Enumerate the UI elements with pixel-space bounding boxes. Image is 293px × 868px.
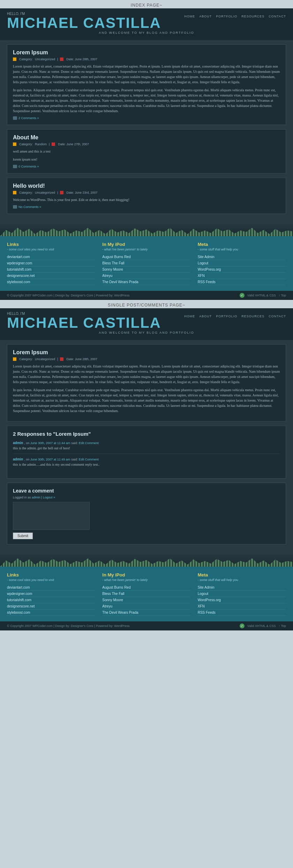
footer-widgets-2: Links - some cool sites you need to visi…: [0, 567, 293, 621]
page-1-label: INDEX PAGE~: [0, 0, 293, 8]
comment-text-2: this is the admin….and this is my second…: [13, 463, 280, 466]
top-link-2[interactable]: ↑ Top: [279, 624, 286, 628]
link-item-1-1[interactable]: deviantart.com: [7, 254, 95, 260]
comment-date-link-1[interactable]: June 30th, 2007 at 11:44 am: [30, 441, 70, 445]
comment-date-link-2[interactable]: June 30th, 2007 at 11:49 am: [30, 458, 70, 461]
nav-2: HOME ABOUT PORTFOLIO RESOURCES CONTACT: [184, 315, 286, 318]
footer-widgets-1: Links - some cool sites you need to visi…: [0, 236, 293, 291]
footer-copy-1: © Copyright 2007 WPCoder.com | Design by…: [7, 294, 130, 297]
meta-item-1-1[interactable]: Site Admin: [198, 254, 286, 260]
cat-label-3: Category:: [19, 191, 33, 194]
post-card-2: About Me Category: Random | Date: June 2…: [7, 129, 286, 173]
link-item-2-4[interactable]: designerscore.net: [7, 603, 95, 610]
post-card-3: Hello world! Category: Uncategorized | D…: [7, 178, 286, 214]
ipod-item-1-1[interactable]: August Burns Red: [102, 254, 190, 260]
header-1: HELLO, I'M MICHAEL CASTILLA AND WELCOME …: [0, 8, 293, 40]
comment-meta-2: admin , on June 30th, 2007 at 11:49 am s…: [13, 457, 280, 461]
meta-item-2-5[interactable]: RSS Feeds: [198, 610, 286, 616]
meta-item-1-2[interactable]: Logout: [198, 260, 286, 266]
footer-bottom-1: © Copyright 2007 WPCoder.com | Design by…: [0, 291, 293, 300]
date-value-1: Date: June 28th, 2007: [66, 57, 97, 61]
link-item-2-5[interactable]: styleboost.com: [7, 610, 95, 616]
top-link-1[interactable]: ↑ Top: [279, 294, 286, 297]
post-body2-2: lorem ipsum son!: [13, 157, 280, 162]
meta-item-2-2[interactable]: Logout: [198, 591, 286, 597]
ipod-subtitle-1: - what I've been jammin' to lately: [102, 248, 190, 251]
ipod-item-2-1[interactable]: August Burns Red: [102, 584, 190, 591]
comment-edit-2[interactable]: Edit Comment: [79, 458, 99, 461]
valid-text-1: Valid XHTML & CSS: [247, 294, 276, 297]
footer-links-widget-2: Links - some cool sites you need to visi…: [7, 572, 95, 616]
cat-icon-1: [13, 57, 16, 61]
date-value-3: Date: June 23rd, 2007: [66, 191, 97, 194]
meta-item-2-4[interactable]: XFN: [198, 603, 286, 610]
meta-item-1-3[interactable]: WordPress.org: [198, 266, 286, 273]
single-post-meta: Category: Uncategorized | Date: June 28t…: [13, 357, 280, 361]
nav-contact-2[interactable]: CONTACT: [269, 315, 286, 318]
footer-meta-widget-1: Meta - some stuff that will help you Sit…: [198, 242, 286, 285]
comment-on-1: , on: [24, 441, 30, 445]
ipod-item-1-5[interactable]: The Devil Wears Prada: [102, 279, 190, 285]
meta-item-1-5[interactable]: RSS Feeds: [198, 279, 286, 285]
link-item-2-2[interactable]: wpdesigner.com: [7, 591, 95, 597]
sep-3: |: [57, 191, 58, 194]
link-item-1-5[interactable]: styleboost.com: [7, 279, 95, 285]
link-item-1-4[interactable]: designerscore.net: [7, 273, 95, 279]
comment-edit-1[interactable]: Edit Comment: [79, 441, 99, 445]
post-meta-2: Category: Random | Date: June 27th, 2007: [13, 142, 280, 146]
post-title-2: About Me: [13, 134, 280, 141]
footer-bottom-2: © Copyright 2007 WPCoder.com | Design by…: [0, 621, 293, 630]
ipod-item-2-4[interactable]: Atreyu: [102, 603, 190, 610]
link-item-1-2[interactable]: wpdesigner.com: [7, 260, 95, 266]
ipod-item-2-2[interactable]: Bless The Fall: [102, 591, 190, 597]
ipod-item-1-3[interactable]: Sonny Moore: [102, 266, 190, 273]
logout-link[interactable]: Logout »: [43, 496, 55, 499]
date-icon-1: [60, 57, 63, 61]
link-item-1-3[interactable]: tutorialshift.com: [7, 266, 95, 273]
cat-value-3: Uncategorized: [35, 191, 55, 194]
comments-heading: 2 Responses to "Lorem Ipsum": [13, 431, 280, 437]
comment-textarea[interactable]: [13, 502, 90, 530]
ipod-item-1-4[interactable]: Atreyu: [102, 273, 190, 279]
nav-about-2[interactable]: ABOUT: [199, 315, 212, 318]
comments-link-1[interactable]: 2 Comments »: [18, 116, 39, 120]
meta-item-2-3[interactable]: WordPress.org: [198, 597, 286, 603]
comments-link-2[interactable]: 0 Comments »: [18, 165, 39, 168]
comment-item-1: admin , on June 30th, 2007 at 11:44 am s…: [13, 441, 280, 454]
nav-resources-1[interactable]: RESOURCES: [241, 15, 264, 18]
valid-check-icon-2: ✓: [240, 623, 245, 628]
link-item-2-1[interactable]: deviantart.com: [7, 584, 95, 591]
comments-link-3[interactable]: No Comments »: [18, 205, 41, 209]
nav-1: HOME ABOUT PORTFOLIO RESOURCES CONTACT: [184, 15, 286, 18]
ipod-item-2-5[interactable]: The Devil Wears Prada: [102, 610, 190, 616]
nav-home-1[interactable]: HOME: [184, 15, 195, 18]
ipod-item-1-2[interactable]: Bless The Fall: [102, 260, 190, 266]
post-comments-3[interactable]: No Comments »: [13, 205, 280, 209]
valid-check-icon-1: ✓: [240, 293, 245, 298]
leave-comment-title: Leave a comment: [13, 488, 280, 494]
links-subtitle-2: - some cool sites you need to visit: [7, 578, 95, 582]
footer-ipod-widget-2: In My iPod - what I've been jammin' to l…: [102, 572, 190, 616]
nav-about-1[interactable]: ABOUT: [199, 15, 212, 18]
site-subtitle-1: AND WELCOME TO MY BLOG AND PORTFOLIO: [7, 30, 286, 37]
nav-home-2[interactable]: HOME: [184, 315, 195, 318]
main-content-1: Lorem Ipsum Category: Uncategorized | Da…: [0, 40, 293, 222]
link-item-2-3[interactable]: tutorialshift.com: [7, 597, 95, 603]
header-2: HELLO, I'M MICHAEL CASTILLA AND WELCOME …: [0, 308, 293, 340]
single-post-title: Lorem Ipsum: [13, 349, 280, 356]
nav-portfolio-2[interactable]: PORTFOLIO: [216, 315, 237, 318]
nav-portfolio-1[interactable]: PORTFOLIO: [216, 15, 237, 18]
post-card-1: Lorem Ipsum Category: Uncategorized | Da…: [7, 44, 286, 125]
nav-resources-2[interactable]: RESOURCES: [241, 315, 264, 318]
post-comments-2[interactable]: 0 Comments »: [13, 165, 280, 168]
cat-icon-2: [13, 142, 16, 146]
meta-item-2-1[interactable]: Site Admin: [198, 584, 286, 591]
post-comments-1[interactable]: 2 Comments »: [13, 116, 280, 120]
submit-button[interactable]: Submit: [13, 533, 33, 539]
meta-item-1-4[interactable]: XFN: [198, 273, 286, 279]
comment-author-2: admin: [13, 457, 23, 461]
ipod-item-2-3[interactable]: Sonny Moore: [102, 597, 190, 603]
links-subtitle-1: - some cool sites you need to visit: [7, 248, 95, 251]
logged-in-user-link[interactable]: admin: [32, 496, 40, 499]
nav-contact-1[interactable]: CONTACT: [269, 15, 286, 18]
